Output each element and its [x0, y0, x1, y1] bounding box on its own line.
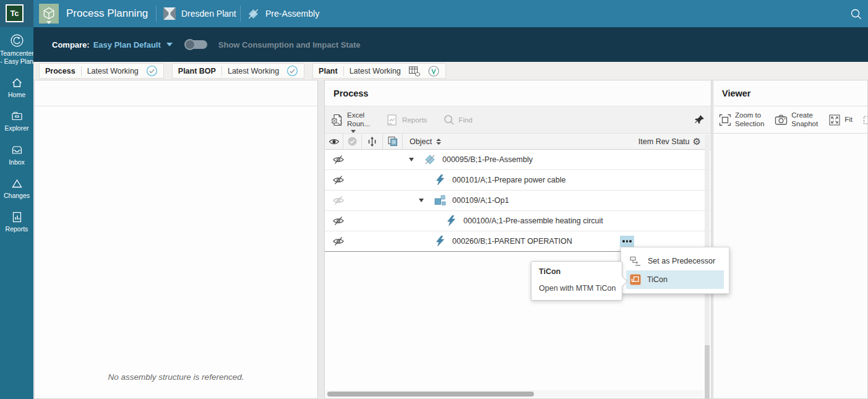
eye-slash-icon — [332, 175, 345, 185]
table-row[interactable]: 000100/A;1-Pre-assemble heating circuit — [325, 211, 711, 231]
changes-triangle-icon — [11, 178, 24, 190]
status-column-label: Item Rev Statu — [638, 137, 690, 146]
row-label: 000109/A;1-Op1 — [452, 196, 509, 205]
global-search-button[interactable] — [849, 7, 863, 21]
resequence-column-header[interactable] — [362, 134, 383, 150]
collapse-caret[interactable] — [409, 158, 419, 161]
zoom-to-selection-icon — [719, 114, 731, 126]
table-configuration-icon[interactable] — [408, 66, 421, 77]
row-label: 000100/A;1-Pre-assemble heating circuit — [463, 217, 603, 225]
check-circle-icon[interactable] — [146, 65, 158, 77]
sidebar-item-label: Reports — [0, 225, 33, 233]
revision-group-plant[interactable]: Plant Latest Working — [312, 63, 446, 79]
object-column-header[interactable]: Object — [403, 137, 441, 146]
sidebar-item-changes[interactable]: Changes — [0, 178, 33, 200]
explorer-folder-icon — [11, 110, 24, 122]
context-menu: Set as Predecessor TiCon — [621, 247, 729, 294]
pin-panel-button[interactable] — [694, 114, 705, 125]
hide-eye-button[interactable] — [330, 216, 347, 226]
row-label: 000101/A;1-Prepare power cable — [452, 176, 565, 184]
sidebar-item-label: Explorer — [0, 124, 33, 132]
fit-icon — [828, 114, 841, 126]
breadcrumb-plant[interactable]: Dresden Plant — [163, 0, 236, 27]
copy-column-header[interactable] — [383, 134, 403, 150]
hide-eye-button[interactable] — [330, 155, 347, 165]
menu-item-set-as-predecessor[interactable]: Set as Predecessor — [626, 252, 724, 270]
zoom-to-selection-button[interactable]: Zoom to Selection — [719, 111, 764, 129]
revision-group-process[interactable]: Process Latest Working — [39, 63, 164, 79]
app-title: Process Planning — [66, 0, 148, 27]
button-label: Create Snaphot — [791, 111, 818, 129]
item-rev-status-column-header[interactable]: Item Rev Statu ⚙ — [638, 136, 711, 147]
menu-item-ticon[interactable]: TiCon — [626, 270, 724, 289]
divider — [81, 66, 82, 76]
chevron-down-icon[interactable] — [166, 43, 173, 46]
settings-gear-icon[interactable]: ⚙ — [693, 136, 701, 147]
horizontal-scrollbar[interactable] — [326, 390, 703, 397]
divider — [343, 66, 344, 76]
assembly-empty-message: No assembly structure is referenced. — [35, 372, 317, 382]
object-column-label: Object — [410, 137, 432, 146]
find-button[interactable]: Find — [443, 114, 472, 126]
select-rectangle-icon — [863, 115, 868, 125]
compare-label: Compare: — [52, 40, 90, 49]
group-revision: Latest Working — [87, 67, 139, 75]
scrollbar-thumb[interactable] — [705, 345, 710, 399]
app-caret-icon — [46, 21, 51, 24]
collapse-caret[interactable] — [419, 199, 429, 202]
process-planning-app-icon[interactable] — [39, 4, 59, 24]
more-options-button[interactable] — [620, 236, 634, 247]
teamcenter-logo[interactable]: Tc — [6, 4, 24, 22]
breadcrumb-operation-label: Pre-Assembly — [265, 9, 319, 19]
reports-button[interactable]: Reports — [386, 114, 427, 126]
sidebar-item-reports[interactable]: Reports — [0, 211, 33, 233]
table-row[interactable]: 000101/A;1-Prepare power cable — [325, 170, 711, 191]
table-row[interactable]: 000109/A;1-Op1 — [325, 191, 711, 211]
sort-icon[interactable] — [436, 139, 441, 145]
select-by-rectangle-button[interactable]: Select b Rectang — [863, 111, 868, 129]
revision-group-plant-bop[interactable]: Plant BOP Latest Working — [172, 63, 304, 79]
button-label: Zoom to Selection — [735, 111, 764, 129]
revision-ribbon: Process Latest Working Plant BOP Latest … — [33, 62, 868, 80]
eye-slash-icon — [332, 236, 345, 246]
button-label: Excel Roun... — [347, 111, 370, 129]
home-icon — [11, 77, 24, 89]
sidebar-item-inbox[interactable]: Inbox — [0, 144, 33, 166]
viewer-toolbar: Zoom to Selection Create Snaphot — [713, 106, 867, 134]
create-snapshot-button[interactable]: Create Snaphot — [775, 111, 818, 129]
inbox-icon — [11, 144, 24, 157]
eye-slash-icon — [332, 155, 345, 165]
consumption-toggle[interactable] — [185, 40, 207, 49]
fit-button[interactable]: Fit — [828, 114, 853, 126]
compare-value-dropdown[interactable]: Easy Plan Default — [93, 40, 161, 49]
camera-icon — [775, 114, 788, 126]
excel-roundtrip-button[interactable]: Excel Roun... — [331, 111, 370, 129]
row-label: 000095/B;1-Pre-Assembly — [442, 155, 533, 164]
sidebar-item-explorer[interactable]: Explorer — [0, 110, 33, 132]
check-circle-icon[interactable] — [286, 65, 298, 77]
sidebar-item-home[interactable]: Home — [0, 77, 33, 99]
sidebar-item-teamcenter-easy-plan[interactable]: Teamcenter - Easy Plan — [0, 33, 33, 66]
variant-rule-icon[interactable] — [428, 65, 440, 77]
pre-assembly-icon — [246, 7, 260, 21]
process-diamond-icon — [423, 153, 437, 166]
assembly-panel-header — [35, 80, 317, 106]
tooltip-description: Open with MTM TiCon — [539, 284, 614, 293]
ticon-icon — [630, 274, 641, 285]
process-table-header: Object Item Rev Statu ⚙ — [325, 134, 711, 150]
operation-bolt-icon — [432, 236, 447, 247]
status-check-column-header[interactable] — [343, 134, 362, 150]
process-toolbar: Excel Roun... Reports Find — [325, 106, 711, 134]
operation-bolt-icon — [432, 174, 447, 186]
table-row[interactable]: 000095/B;1-Pre-Assembly — [325, 150, 711, 170]
copy-stack-icon — [387, 136, 398, 147]
hide-eye-button[interactable] — [330, 236, 347, 246]
sidebar-item-label: Teamcenter - Easy Plan — [0, 49, 33, 66]
visibility-column-header[interactable] — [325, 134, 343, 150]
hide-eye-button[interactable] — [330, 175, 347, 185]
reports-chart-icon — [386, 114, 398, 126]
scrollbar-thumb[interactable] — [327, 392, 534, 397]
hide-eye-button[interactable] — [330, 195, 347, 205]
process-panel-title: Process — [325, 80, 711, 106]
breadcrumb-operation[interactable]: Pre-Assembly — [246, 0, 319, 27]
